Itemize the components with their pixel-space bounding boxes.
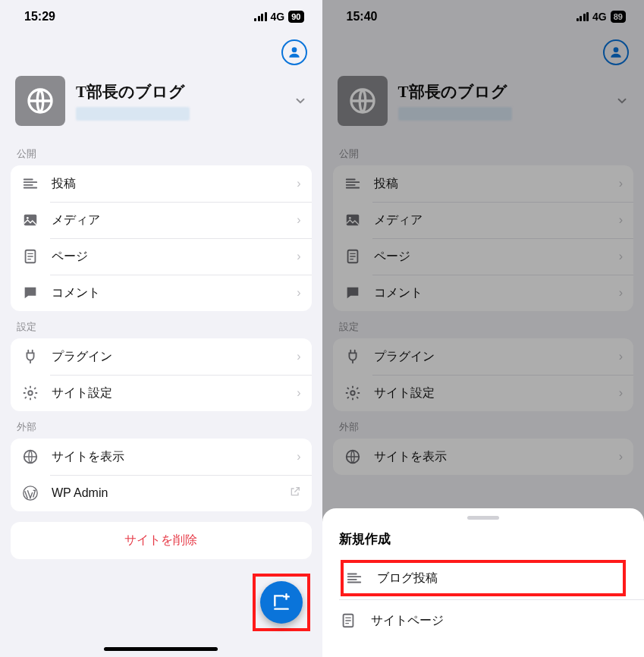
- sheet-title: 新規作成: [322, 530, 645, 557]
- row-site-settings[interactable]: サイト設定 ›: [11, 375, 312, 411]
- row-posts[interactable]: 投稿 ›: [333, 165, 634, 202]
- row-comments[interactable]: コメント ›: [11, 275, 312, 311]
- settings-card: プラグイン › サイト設定 ›: [333, 338, 634, 411]
- right-screenshot: 15:40 4G 89 T部長のブログ 公開 投稿 › メディア: [322, 0, 645, 657]
- row-pages[interactable]: ページ ›: [11, 238, 312, 275]
- row-plugins[interactable]: プラグイン ›: [333, 338, 634, 375]
- profile-button[interactable]: [603, 39, 629, 65]
- clock: 15:40: [347, 10, 378, 24]
- row-site-settings[interactable]: サイト設定 ›: [333, 375, 634, 411]
- row-media[interactable]: メディア ›: [11, 202, 312, 238]
- section-settings-label: 設定: [0, 311, 322, 338]
- site-title: T部長のブログ: [398, 81, 605, 102]
- gear-icon: [21, 384, 39, 402]
- svg-point-8: [614, 47, 619, 52]
- chevron-right-icon: ›: [297, 177, 300, 190]
- create-sheet: 新規作成 ブログ投稿 サイトページ: [322, 508, 645, 657]
- row-pages[interactable]: ページ ›: [333, 238, 634, 275]
- chevron-right-icon: ›: [619, 250, 623, 263]
- row-label: ページ: [374, 249, 607, 265]
- site-header[interactable]: T部長のブログ: [322, 73, 645, 138]
- external-card: サイトを表示 ›: [333, 439, 634, 475]
- row-plugins[interactable]: プラグイン ›: [11, 338, 312, 375]
- svg-point-9: [351, 90, 374, 112]
- chevron-down-icon: [294, 94, 307, 108]
- globe-icon: [347, 86, 378, 116]
- home-indicator: [104, 647, 218, 651]
- chevron-right-icon: ›: [619, 450, 623, 464]
- fab-highlight: [253, 574, 310, 631]
- compose-fab[interactable]: [260, 581, 303, 624]
- battery-icon: 90: [288, 11, 303, 23]
- row-label: ページ: [52, 249, 284, 265]
- row-wp-admin[interactable]: WP Admin: [11, 475, 312, 511]
- chevron-right-icon: ›: [297, 213, 300, 227]
- comments-icon: [21, 284, 39, 302]
- publish-card: 投稿 › メディア › ページ › コメント ›: [11, 165, 312, 311]
- chevron-right-icon: ›: [297, 286, 300, 300]
- external-link-icon: [289, 486, 301, 501]
- row-label: サイトを表示: [374, 449, 607, 465]
- site-url-blurred: [398, 107, 512, 121]
- pages-icon: [344, 247, 362, 266]
- chevron-right-icon: ›: [297, 250, 300, 263]
- svg-rect-10: [346, 215, 359, 226]
- sheet-row-site-page[interactable]: サイトページ: [322, 599, 645, 642]
- chevron-right-icon: ›: [297, 350, 300, 363]
- posts-icon: [345, 569, 363, 587]
- pages-icon: [339, 611, 357, 630]
- sheet-grabber[interactable]: [467, 516, 499, 520]
- posts-icon: [344, 174, 362, 193]
- status-bar: 15:40 4G 89: [322, 0, 645, 33]
- svg-point-5: [28, 391, 33, 395]
- row-label: コメント: [52, 285, 284, 301]
- globe-icon: [344, 448, 362, 466]
- wordpress-icon: [21, 484, 39, 502]
- row-label: メディア: [374, 212, 607, 228]
- globe-icon: [25, 86, 55, 116]
- chevron-right-icon: ›: [619, 386, 623, 400]
- site-title: T部長のブログ: [76, 81, 283, 102]
- row-label: メディア: [52, 212, 284, 228]
- row-label: サイト設定: [52, 385, 284, 401]
- comments-icon: [344, 284, 362, 302]
- row-view-site[interactable]: サイトを表示 ›: [11, 439, 312, 475]
- signal-icon: [254, 12, 267, 21]
- row-comments[interactable]: コメント ›: [333, 275, 634, 311]
- row-media[interactable]: メディア ›: [333, 202, 634, 238]
- row-posts[interactable]: 投稿 ›: [11, 165, 312, 202]
- svg-rect-2: [24, 215, 37, 226]
- site-header[interactable]: T部長のブログ: [0, 73, 322, 138]
- section-settings-label: 設定: [322, 311, 645, 338]
- svg-point-13: [350, 391, 355, 395]
- network-label: 4G: [592, 11, 607, 23]
- plug-icon: [344, 347, 362, 366]
- sheet-row-blog-post[interactable]: ブログ投稿: [338, 557, 630, 599]
- status-bar: 15:29 4G 90: [0, 0, 322, 33]
- chevron-down-icon: [615, 94, 629, 108]
- sheet-row-label: サイトページ: [371, 613, 444, 629]
- section-publish-label: 公開: [322, 138, 645, 165]
- row-view-site[interactable]: サイトを表示 ›: [333, 439, 634, 475]
- pages-icon: [21, 247, 39, 266]
- person-icon: [608, 45, 624, 60]
- row-label: 投稿: [52, 176, 284, 192]
- chevron-right-icon: ›: [297, 386, 300, 400]
- chevron-right-icon: ›: [619, 350, 623, 363]
- compose-icon: [272, 593, 291, 612]
- person-icon: [287, 45, 302, 60]
- sheet-row-label: ブログ投稿: [377, 571, 438, 586]
- site-icon: [338, 76, 388, 126]
- plug-icon: [21, 347, 39, 366]
- svg-rect-12: [347, 250, 357, 263]
- section-external-label: 外部: [322, 411, 645, 439]
- row-label: サイト設定: [374, 385, 607, 401]
- row-label: プラグイン: [52, 349, 284, 365]
- delete-site-button[interactable]: サイトを削除: [11, 522, 312, 559]
- profile-button[interactable]: [281, 39, 307, 65]
- chevron-right-icon: ›: [619, 286, 623, 300]
- svg-point-0: [291, 47, 297, 52]
- section-publish-label: 公開: [0, 138, 322, 165]
- network-label: 4G: [271, 11, 285, 23]
- row-label: コメント: [374, 285, 607, 301]
